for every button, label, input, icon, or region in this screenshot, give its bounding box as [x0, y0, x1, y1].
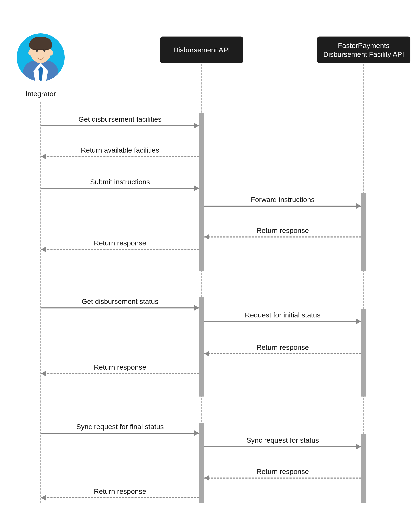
message-label-m14: Return response: [58, 487, 183, 495]
message-label-m13: Return response: [220, 467, 345, 476]
message-arrowhead-m2: [41, 154, 46, 160]
integrator-avatar-icon: [17, 33, 65, 81]
message-line-m4: [204, 206, 361, 207]
message-arrowhead-m10: [41, 371, 46, 376]
message-arrowhead-m14: [41, 495, 46, 501]
message-arrowhead-m3: [194, 185, 199, 191]
message-arrowhead-m13: [204, 475, 209, 481]
message-label-m4: Forward instructions: [220, 196, 345, 204]
message-arrowhead-m4: [356, 203, 361, 209]
message-arrowhead-m5: [204, 234, 209, 240]
message-arrowhead-m8: [356, 319, 361, 324]
message-label-m6: Return response: [58, 239, 183, 247]
activation-f1: [361, 193, 366, 271]
message-line-m9: [204, 353, 361, 354]
message-label-m5: Return response: [220, 226, 345, 235]
faster-payments-box: FasterPayments Disbursement Facility API: [317, 37, 410, 63]
faster-payments-label-line2: Disbursement Facility API: [323, 50, 404, 59]
activation-d2: [199, 297, 204, 396]
integrator-label: Integrator: [9, 90, 72, 98]
message-line-m7: [41, 307, 199, 308]
message-label-m8: Request for initial status: [220, 311, 345, 319]
message-line-m8: [204, 321, 361, 322]
message-label-m3: Submit instructions: [58, 178, 183, 186]
activation-f2: [361, 309, 366, 396]
message-line-m1: [41, 125, 199, 126]
message-label-m2: Return available facilities: [58, 146, 183, 154]
message-label-m12: Sync request for status: [220, 436, 345, 444]
message-arrowhead-m6: [41, 246, 46, 252]
lifeline-integrator: [40, 102, 41, 503]
message-line-m5: [204, 236, 361, 237]
message-line-m14: [41, 497, 199, 498]
message-line-m10: [41, 373, 199, 374]
message-label-m7: Get disbursement status: [58, 297, 183, 305]
message-arrowhead-m12: [356, 444, 361, 449]
activation-d1: [199, 113, 204, 271]
disbursement-api-label: Disbursement API: [173, 46, 230, 54]
message-line-m12: [204, 446, 361, 447]
disbursement-api-box: Disbursement API: [160, 37, 243, 63]
activation-d3: [199, 423, 204, 503]
message-line-m2: [41, 156, 199, 157]
message-arrowhead-m1: [194, 123, 199, 129]
message-line-m3: [41, 188, 199, 189]
message-arrowhead-m7: [194, 305, 199, 311]
message-line-m11: [41, 433, 199, 434]
message-label-m1: Get disbursement facilities: [58, 115, 183, 123]
message-label-m11: Sync request for final status: [58, 423, 183, 431]
message-arrowhead-m9: [204, 351, 209, 357]
message-arrowhead-m11: [194, 430, 199, 436]
sequence-diagram: Integrator Disbursement API FasterPaymen…: [0, 0, 420, 518]
faster-payments-label-line1: FasterPayments: [323, 41, 404, 50]
message-label-m9: Return response: [220, 343, 345, 351]
message-label-m10: Return response: [58, 363, 183, 371]
message-line-m13: [204, 478, 361, 479]
message-line-m6: [41, 249, 199, 250]
activation-f3: [361, 434, 366, 503]
